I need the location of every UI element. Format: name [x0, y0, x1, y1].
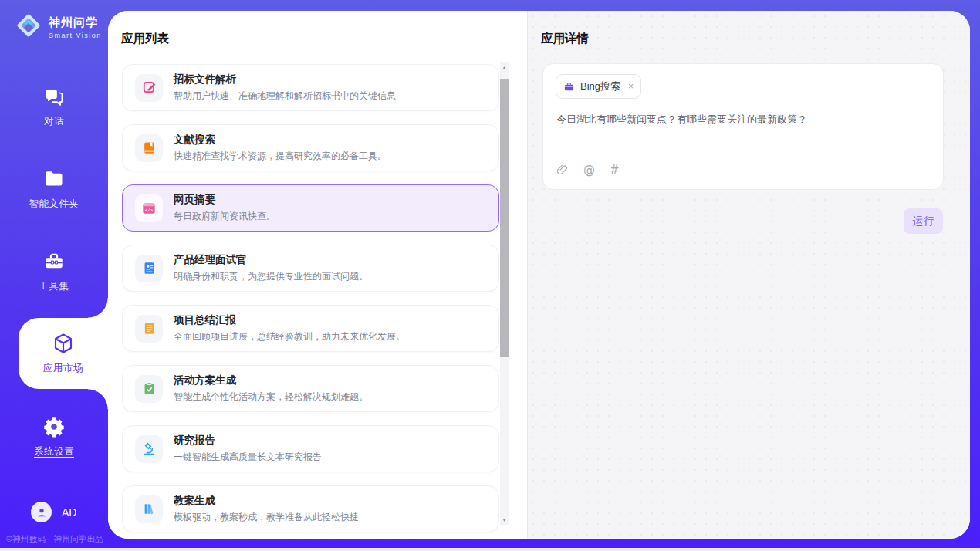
query-input[interactable]: 今日湖北有哪些新闻要点？有哪些需要关注的最新政策？ [556, 112, 931, 127]
app-card-title: 产品经理面试官 [174, 253, 368, 267]
app-card-title: 教案生成 [174, 494, 359, 508]
copyright-text: ©神州数码 · 神州问学出品 [6, 534, 108, 545]
app-detail-panel: 应用详情 Bing搜索 × 今日湖北有哪些新闻要点？有哪些需要关注的最新政策？ … [527, 11, 970, 539]
at-icon[interactable]: @ [583, 163, 595, 177]
scrollbar[interactable]: ▲ ▼ [500, 62, 509, 525]
app-logo: 神州问学 Smart Vision [14, 11, 102, 43]
cube-icon [52, 332, 75, 355]
user-row[interactable]: AD [31, 502, 76, 522]
app-card-desc: 全面回顾项目进展，总结经验教训，助力未来优化发展。 [174, 330, 405, 343]
hash-icon[interactable]: # [610, 163, 620, 177]
app-card-desc: 每日政府新闻资讯快查。 [174, 210, 275, 223]
sidebar-item-settings[interactable]: 系统设置 [0, 395, 108, 478]
app-card-title: 文献搜索 [174, 133, 387, 147]
briefcase-icon [563, 81, 575, 93]
app-detail-title: 应用详情 [541, 31, 589, 47]
avatar[interactable] [31, 502, 52, 522]
scroll-up-icon[interactable]: ▲ [500, 62, 509, 73]
svg-text:</>: </> [145, 207, 154, 211]
app-card-title: 项目总结汇报 [174, 313, 405, 327]
app-card-desc: 快速精准查找学术资源，提高研究效率的必备工具。 [174, 150, 387, 163]
user-name: AD [62, 506, 76, 519]
bottom-strip [0, 548, 980, 551]
app-list: 招标文件解析 帮助用户快速、准确地理解和解析招标书中的关键信息 文献搜索 快速精… [122, 64, 499, 539]
app-card-title: 活动方案生成 [174, 374, 368, 387]
logo-diamond-icon [14, 11, 43, 43]
book-icon [135, 134, 163, 162]
books-icon [135, 495, 163, 523]
app-card-desc: 明确身份和职责，为您提供专业性的面试问题。 [174, 270, 368, 283]
tool-tag-label: Bing搜索 [580, 79, 620, 93]
gear-icon [42, 415, 66, 438]
folder-icon [42, 167, 66, 191]
app-card[interactable]: </> 网页摘要 每日政府新闻资讯快查。 [122, 184, 499, 232]
browser-code-icon: </> [135, 194, 163, 222]
app-card[interactable]: 产品经理面试官 明确身份和职责，为您提供专业性的面试问题。 [122, 245, 499, 292]
sidebar: 神州问学 Smart Vision 对话 智能文件夹 工具集 应用市场 系统设置… [0, 0, 108, 551]
app-card-desc: 一键智能生成高质量长文本研究报告 [174, 451, 322, 464]
scroll-down-icon[interactable]: ▼ [500, 514, 509, 525]
app-card[interactable]: 研究报告 一键智能生成高质量长文本研究报告 [122, 425, 499, 472]
app-card[interactable]: 活动方案生成 智能生成个性化活动方案，轻松解决规划难题。 [122, 365, 499, 412]
tag-close-icon[interactable]: × [628, 81, 634, 92]
app-card[interactable]: 文献搜索 快速精准查找学术资源，提高研究效率的必备工具。 [122, 124, 499, 171]
toolbox-icon [42, 250, 66, 273]
app-card-desc: 智能生成个性化活动方案，轻松解决规划难题。 [174, 390, 368, 404]
app-card[interactable]: 招标文件解析 帮助用户快速、准确地理解和解析招标书中的关键信息 [122, 64, 499, 111]
sidebar-item-chat[interactable]: 对话 [0, 65, 108, 147]
paperclip-icon[interactable] [556, 164, 569, 177]
logo-subtitle: Smart Vision [49, 32, 102, 39]
sidebar-menu: 对话 智能文件夹 工具集 应用市场 系统设置 [0, 65, 108, 478]
sidebar-item-smart-folder[interactable]: 智能文件夹 [0, 147, 108, 230]
app-card-title: 网页摘要 [174, 193, 275, 207]
tool-tag-bing-search[interactable]: Bing搜索 × [556, 74, 641, 99]
app-card[interactable]: 教案生成 模板驱动，教案秒成，教学准备从此轻松快捷 [122, 485, 499, 532]
microscope-icon [135, 435, 163, 463]
app-list-panel: 应用列表 招标文件解析 帮助用户快速、准确地理解和解析招标书中的关键信息 文献搜… [108, 11, 527, 539]
app-card[interactable]: 项目总结汇报 全面回顾项目进展，总结经验教训，助力未来优化发展。 [122, 305, 499, 352]
scrollbar-thumb[interactable] [500, 79, 509, 357]
chat-icon [42, 85, 66, 108]
person-icon [35, 506, 48, 519]
sidebar-item-app-market[interactable]: 应用市场 [19, 318, 108, 389]
app-card-title: 研究报告 [174, 434, 322, 448]
app-card-desc: 模板驱动，教案秒成，教学准备从此轻松快捷 [174, 511, 359, 524]
app-card-title: 招标文件解析 [174, 73, 396, 86]
logo-title: 神州问学 [49, 15, 102, 30]
prompt-card: Bing搜索 × 今日湖北有哪些新闻要点？有哪些需要关注的最新政策？ @ # [542, 63, 944, 190]
composer-toolbar: @ # [556, 163, 620, 177]
run-button[interactable]: 运行 [904, 208, 943, 234]
app-list-title: 应用列表 [121, 31, 169, 47]
app-card-desc: 帮助用户快速、准确地理解和解析招标书中的关键信息 [174, 90, 396, 103]
resume-icon [135, 255, 163, 282]
clipboard-check-icon [135, 375, 163, 403]
report-icon [135, 315, 163, 343]
content-area: 应用列表 招标文件解析 帮助用户快速、准确地理解和解析招标书中的关键信息 文献搜… [108, 11, 970, 539]
pen-square-icon [135, 74, 163, 102]
